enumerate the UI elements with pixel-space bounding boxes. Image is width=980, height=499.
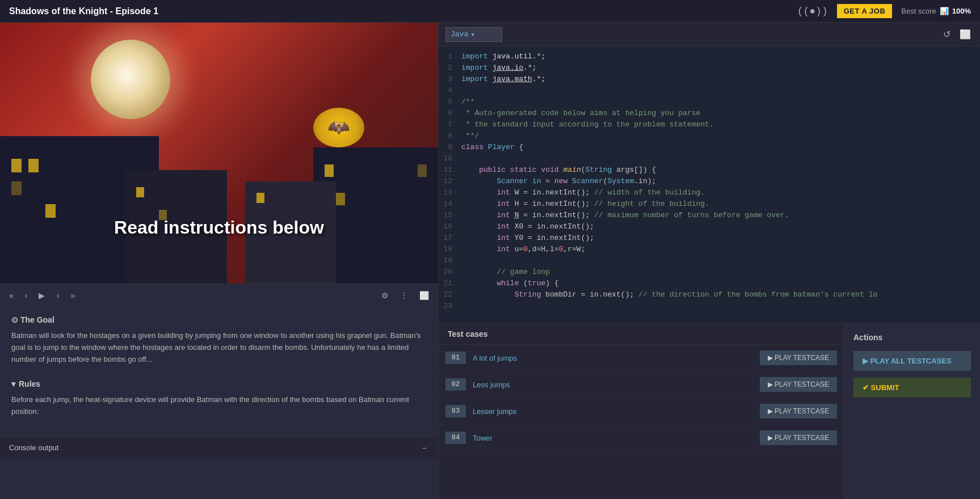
bottom-panels: Test cases 01 A lot of jumps ▶ PLAY TEST… (439, 323, 980, 499)
line-code: * Auto-generated code below aims at help… (461, 108, 980, 119)
actions-header: Actions (853, 333, 971, 342)
content-area: ⊙ The Goal Batman will look for the host… (0, 306, 438, 436)
code-line: 17 int Y0 = in.nextInt(); (439, 232, 980, 244)
editor-toolbar: Java ▾ ↺ ⬜ (439, 23, 980, 46)
topbar: Shadows of the Knight - Episode 1 ((●)) … (0, 0, 980, 23)
rules-toggle[interactable]: ▾ Rules (11, 379, 427, 388)
code-line: 22 String bombDir = in.next(); // the di… (439, 289, 980, 301)
video-controls: « ‹ ▶ › » ⚙ ⋮ ⬜ (0, 284, 438, 306)
test-cases-panel: Test cases 01 A lot of jumps ▶ PLAY TEST… (439, 324, 844, 499)
line-code: **/ (461, 130, 980, 142)
code-line: 18 int u=0,d=H,l=0,r=W; (439, 244, 980, 255)
main-layout: 🦇 Read instructions below « ‹ ▶ › » ⚙ ⋮ … (0, 23, 980, 499)
test-cases-list: 01 A lot of jumps ▶ PLAY TESTCASE 02 Les… (439, 345, 844, 451)
settings-icon[interactable]: ⚙ (379, 290, 391, 301)
batman-logo: 🦇 (313, 108, 364, 147)
line-number: 16 (439, 221, 461, 232)
prev-button[interactable]: ‹ (23, 290, 30, 301)
score-value: 100% (952, 7, 971, 15)
score-icon: 📊 (940, 7, 949, 15)
line-code: /** (461, 96, 980, 108)
next-button[interactable]: › (54, 290, 61, 301)
window-decoration (11, 159, 22, 172)
get-a-job-button[interactable]: GET A JOB (837, 4, 893, 18)
code-line: 2import java.io.*; (439, 62, 980, 74)
code-line: 9class Player { (439, 142, 980, 153)
line-number: 15 (439, 210, 461, 221)
code-line: 5/** (439, 96, 980, 108)
code-line: 4 (439, 85, 980, 96)
line-number: 17 (439, 232, 461, 244)
test-name: Lesser jumps (473, 407, 753, 416)
line-number: 2 (439, 62, 461, 74)
moon-decoration (91, 40, 170, 119)
line-code: int u=0,d=H,l=0,r=W; (461, 244, 980, 255)
play-button[interactable]: ▶ (36, 290, 47, 301)
play-all-button[interactable]: ▶ PLAY ALL TESTCASES (853, 351, 971, 371)
refresh-button[interactable]: ↺ (941, 27, 953, 42)
line-code: import java.util.*; (461, 51, 980, 62)
code-line: 8 **/ (439, 130, 980, 142)
code-line: 16 int X0 = in.nextInt(); (439, 221, 980, 232)
play-testcase-button[interactable]: ▶ PLAY TESTCASE (760, 377, 837, 392)
submit-button[interactable]: ✔ SUBMIT (853, 378, 971, 397)
rewind-button[interactable]: « (7, 290, 16, 301)
rules-body: Before each jump, the heat-signature dev… (11, 394, 427, 418)
test-name: A lot of jumps (473, 354, 753, 362)
code-line: 12 Scanner in = new Scanner(System.in); (439, 176, 980, 187)
code-line: 21 while (true) { (439, 278, 980, 289)
expand-button[interactable]: ⬜ (957, 27, 973, 42)
test-num: 01 (445, 352, 466, 364)
test-name: Tower (473, 434, 753, 442)
line-number: 7 (439, 119, 461, 130)
fast-forward-button[interactable]: » (68, 290, 77, 301)
line-code: Scanner in = new Scanner(System.in); (461, 176, 980, 187)
play-testcase-button[interactable]: ▶ PLAY TESTCASE (760, 430, 837, 445)
window-decoration (325, 164, 334, 177)
line-number: 11 (439, 164, 461, 176)
play-testcase-button[interactable]: ▶ PLAY TESTCASE (760, 404, 837, 418)
code-line: 19 (439, 255, 980, 267)
window-decoration (418, 164, 427, 177)
test-num: 03 (445, 405, 466, 417)
language-select[interactable]: Java ▾ (445, 27, 502, 42)
play-testcase-button[interactable]: ▶ PLAY TESTCASE (760, 350, 837, 365)
line-number: 20 (439, 267, 461, 278)
line-code: String bombDir = in.next(); // the direc… (461, 289, 980, 301)
line-number: 4 (439, 85, 461, 96)
code-line: 14 int H = in.nextInt(); // height of th… (439, 198, 980, 210)
code-line: 15 int N = in.nextInt(); // maximum numb… (439, 210, 980, 221)
line-code: int X0 = in.nextInt(); (461, 221, 980, 232)
line-number: 12 (439, 176, 461, 187)
window-decoration (336, 193, 345, 205)
actions-panel: Actions ▶ PLAY ALL TESTCASES ✔ SUBMIT (844, 324, 980, 499)
code-editor[interactable]: 1import java.util.*;2import java.io.*;3i… (439, 46, 980, 323)
line-code: while (true) { (461, 278, 980, 289)
video-background: 🦇 Read instructions below (0, 23, 438, 284)
code-line: 13 int W = in.nextInt(); // width of the… (439, 187, 980, 198)
fullscreen-icon[interactable]: ⬜ (417, 290, 431, 301)
code-line: 23 (439, 301, 980, 312)
line-code: int H = in.nextInt(); // height of the b… (461, 198, 980, 210)
test-cases-header: Test cases (439, 324, 844, 345)
code-line: 6 * Auto-generated code below aims at he… (439, 108, 980, 119)
window-decoration (11, 181, 22, 195)
test-case-row: 02 Less jumps ▶ PLAY TESTCASE (439, 371, 844, 398)
console-bar: Console output − (0, 436, 438, 459)
page-title: Shadows of the Knight - Episode 1 (9, 6, 797, 16)
chevron-down-icon: ▾ (470, 30, 475, 39)
video-container: 🦇 Read instructions below « ‹ ▶ › » ⚙ ⋮ … (0, 23, 438, 306)
code-line: 1import java.util.*; (439, 51, 980, 62)
line-number: 3 (439, 74, 461, 85)
code-line: 11 public static void main(String args[]… (439, 164, 980, 176)
console-minimize-button[interactable]: − (420, 442, 429, 454)
topbar-right: ((●)) GET A JOB Best score 📊 100% (797, 4, 971, 18)
window-decoration (256, 193, 264, 203)
goal-section-body: Batman will look for the hostages on a g… (11, 330, 427, 365)
line-number: 22 (439, 289, 461, 301)
code-line: 20 // game loop (439, 267, 980, 278)
line-code: int Y0 = in.nextInt(); (461, 232, 980, 244)
share-icon[interactable]: ⋮ (398, 290, 410, 301)
broadcast-icon: ((●)) (797, 6, 828, 17)
language-label: Java (451, 30, 468, 39)
